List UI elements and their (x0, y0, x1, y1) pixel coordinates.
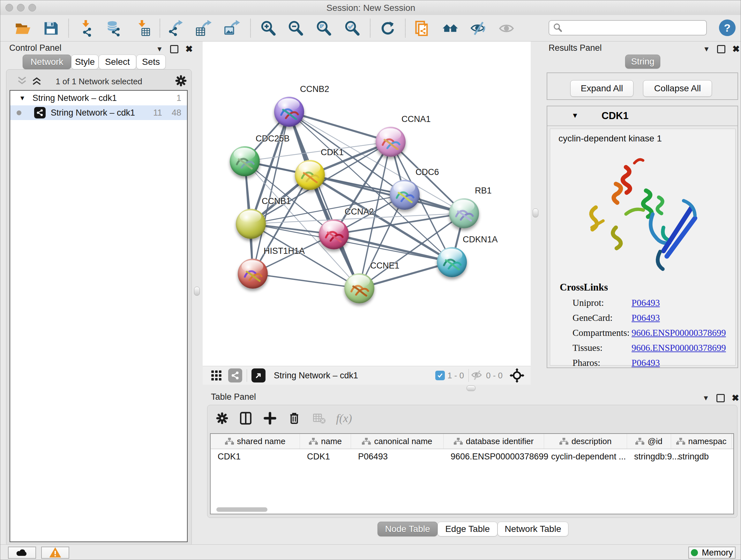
open-file-icon[interactable] (14, 19, 31, 37)
crosslink-value-link[interactable]: P06493 (631, 313, 660, 323)
zoom-in-icon[interactable] (259, 19, 277, 37)
network-node-HIST1H1A[interactable] (238, 259, 268, 289)
network-view-icon[interactable] (228, 368, 242, 382)
show-all-icon[interactable] (497, 19, 515, 37)
table-cell[interactable]: 9606.ENSP00000378699 (444, 449, 544, 464)
attribute-hierarchy-icon (676, 438, 685, 445)
column-header[interactable]: @id (627, 434, 671, 449)
import-network-icon[interactable] (78, 19, 96, 37)
crosslink-value-link[interactable]: P06493 (631, 358, 660, 368)
close-panel-icon[interactable]: ✖ (732, 393, 739, 403)
crosslink-label: GeneCard: (572, 313, 631, 323)
network-node-CDK1[interactable] (295, 160, 325, 190)
network-node-CDKN1A[interactable] (437, 247, 467, 277)
close-panel-icon[interactable]: ✖ (185, 44, 193, 54)
tab-node-table[interactable]: Node Table (378, 522, 437, 537)
column-header[interactable]: name (300, 434, 351, 449)
birds-eye-view-icon[interactable] (252, 368, 266, 382)
zoom-fit-icon[interactable] (315, 19, 333, 37)
column-header[interactable]: description (544, 434, 627, 449)
tab-string[interactable]: String (625, 55, 660, 69)
tab-select[interactable]: Select (98, 55, 136, 69)
node-label: CDC25B (256, 134, 290, 144)
table-cell[interactable]: CDK1 (300, 449, 351, 464)
tab-edge-table[interactable]: Edge Table (437, 522, 497, 537)
table-options-gear-icon[interactable] (213, 410, 231, 426)
export-table-icon[interactable] (195, 19, 212, 37)
float-panel-icon[interactable] (717, 45, 725, 53)
crosslink-value-link[interactable]: P06493 (631, 298, 660, 308)
selected-nodes-checkbox-icon[interactable] (435, 371, 445, 380)
float-panel-icon[interactable] (170, 45, 179, 53)
apply-layout-icon[interactable] (379, 19, 396, 37)
import-table-icon[interactable] (134, 19, 152, 37)
tab-network[interactable]: Network (23, 55, 71, 69)
gene-section-header[interactable]: ▼ CDK1 (547, 106, 738, 126)
protein-structure-image (576, 147, 710, 274)
right-panel-divider-handle[interactable] (533, 208, 538, 217)
network-collection-row[interactable]: ▼ String Network – cdk1 1 (10, 91, 187, 105)
table-cell[interactable]: P06493 (351, 449, 444, 464)
crosslink-value-link[interactable]: 9606.ENSP00000378699 (631, 327, 726, 338)
hide-selected-icon[interactable] (470, 19, 488, 37)
network-canvas[interactable]: CCNB2CCNA1CDC25BCDK1CDC6RB1CCNB1CCNA2CDK… (203, 42, 531, 366)
show-columns-icon[interactable] (237, 410, 255, 426)
crosslink-row: Tissues:9606.ENSP00000378699 (572, 343, 735, 353)
table-cell[interactable]: CDK1 (211, 449, 300, 464)
column-header[interactable]: database identifier (444, 434, 544, 449)
table-cell[interactable]: stringdb (671, 449, 732, 464)
help-icon[interactable]: ? (719, 19, 736, 36)
column-header[interactable]: shared name (211, 434, 300, 449)
panel-menu-icon[interactable]: ▼ (702, 394, 710, 402)
network-node-CCNA2[interactable] (319, 219, 349, 249)
tab-network-table[interactable]: Network Table (497, 522, 568, 537)
export-image-icon[interactable] (223, 19, 241, 37)
collection-expander-icon[interactable]: ▼ (19, 95, 25, 102)
export-network-icon[interactable] (167, 19, 185, 37)
horizontal-scrollbar[interactable] (212, 507, 729, 512)
collapse-all-button[interactable]: Collapse All (643, 80, 712, 97)
network-node-count: 11 (153, 108, 162, 118)
table-cell[interactable]: stringdb:9... (627, 449, 671, 464)
network-node-CDC25B[interactable] (230, 146, 260, 176)
network-node-CCNA1[interactable] (376, 127, 406, 157)
import-network-from-database-icon[interactable] (105, 19, 123, 37)
zoom-selected-icon[interactable] (343, 19, 361, 37)
scrollbar-thumb[interactable] (216, 507, 267, 512)
network-node-RB1[interactable] (449, 198, 479, 228)
add-column-icon[interactable] (261, 410, 279, 426)
section-expander-icon[interactable]: ▼ (571, 111, 579, 120)
node-table[interactable]: shared namenamecanonical namedatabase id… (210, 433, 734, 514)
expand-all-button[interactable]: Expand All (570, 80, 633, 97)
save-session-icon[interactable] (42, 19, 60, 37)
panel-menu-icon[interactable]: ▼ (156, 45, 163, 53)
duplicate-network-icon[interactable] (413, 19, 431, 37)
network-node-CCNE1[interactable] (344, 273, 374, 303)
network-status-dot-icon (17, 111, 21, 115)
zoom-out-icon[interactable] (287, 19, 305, 37)
column-header[interactable]: canonical name (351, 434, 444, 449)
close-panel-icon[interactable]: ✖ (732, 44, 740, 54)
grid-view-icon[interactable] (210, 369, 222, 381)
tab-style[interactable]: Style (71, 55, 98, 69)
network-row-selected[interactable]: String Network – cdk1 11 48 (10, 105, 187, 120)
first-neighbors-icon[interactable] (442, 19, 460, 37)
tab-sets[interactable]: Sets (136, 55, 165, 69)
network-node-CCNB2[interactable] (274, 97, 304, 127)
float-panel-icon[interactable] (717, 394, 725, 402)
warnings-button[interactable] (41, 547, 69, 559)
table-data-row[interactable]: CDK1CDK1P064939606.ENSP00000378699cyclin… (211, 449, 733, 464)
memory-button[interactable]: Memory (688, 547, 736, 559)
cloud-status-button[interactable] (8, 547, 36, 559)
table-cell[interactable]: cyclin-dependent ... (544, 449, 627, 464)
network-node-CCNB1[interactable] (236, 209, 266, 239)
pan-crosshair-icon[interactable] (510, 368, 524, 383)
column-header[interactable]: namespac (671, 434, 732, 449)
left-panel-divider-handle[interactable] (194, 287, 200, 296)
delete-column-trash-icon[interactable] (285, 410, 303, 426)
network-options-gear-icon[interactable] (175, 75, 187, 87)
search-input[interactable] (549, 20, 707, 36)
panel-menu-icon[interactable]: ▼ (703, 45, 710, 53)
crosslink-value-link[interactable]: 9606.ENSP00000378699 (631, 343, 726, 353)
network-node-CDC6[interactable] (390, 180, 420, 210)
